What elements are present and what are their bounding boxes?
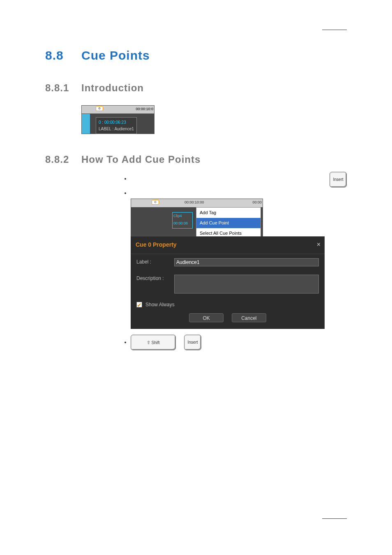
header-rule	[322, 30, 347, 30]
intro-body: 0 00:00:10:0 0 : 00:00:06:23 LABEL : Aud…	[81, 103, 347, 136]
bullet-item: 0 00:00:10:00 00:00 Clip4 00:00:08 Add T…	[131, 189, 347, 329]
label-row: Label :	[131, 254, 325, 271]
cue-tooltip: 0 : 00:00:06:23 LABEL : Audience1	[96, 117, 137, 134]
tooltip-line1: 0 : 00:00:06:23	[99, 119, 134, 126]
bullet-list-2: ⇧Shift Insert	[131, 335, 347, 350]
ruler-timecode: 00:00:10:00	[184, 200, 204, 206]
clip-strip: 0 : 00:00:06:23 LABEL : Audience1	[82, 114, 154, 134]
clip-segment	[82, 114, 90, 134]
bullet-item	[131, 174, 347, 183]
cue-marker: 0	[152, 200, 159, 205]
bullet-item: ⇧Shift Insert	[131, 335, 347, 350]
shift-key: ⇧Shift	[131, 335, 176, 350]
close-icon[interactable]: ×	[317, 240, 321, 250]
heading-8-8-2: 8.8.2How To Add Cue Points	[45, 154, 347, 165]
footer-rule	[322, 518, 347, 519]
clip-rest: 0 : 00:00:06:23 LABEL : Audience1	[90, 114, 154, 134]
show-always-label: Show Always	[145, 301, 175, 309]
context-menu: Add Tag Add Cue Point Select All Cue Poi…	[196, 207, 261, 239]
screenshot-timeline-tooltip: 0 00:00:10:0 0 : 00:00:06:23 LABEL : Aud…	[81, 105, 154, 134]
description-row: Description :	[131, 271, 325, 298]
howto-body: Insert 0 00:00:10:00 00:00 Clip4 00:00:0…	[81, 174, 347, 351]
subheading-number: 8.8.2	[45, 154, 81, 165]
subheading-title: How To Add Cue Points	[81, 154, 201, 165]
menu-item-add-cue-point[interactable]: Add Cue Point	[196, 218, 261, 228]
shift-key-label: Shift	[151, 340, 159, 345]
clip-block: Clip4 00:00:08	[172, 212, 193, 229]
tooltip-line2: LABEL : Audience1	[99, 126, 134, 132]
clip-time: 00:00:08	[173, 220, 192, 227]
cue-property-dialog: Cue 0 Property × Label : Description : S…	[131, 236, 325, 329]
heading-number: 8.8	[45, 49, 81, 62]
document-page: 8.8Cue Points 8.8.1Introduction 0 00:00:…	[0, 0, 392, 555]
cue-marker: 0	[96, 106, 103, 111]
heading-8-8-1: 8.8.1Introduction	[45, 82, 347, 94]
timeline-ruler: 0 00:00:10:00 00:00	[131, 199, 263, 207]
clip-name: Clip4	[173, 213, 192, 220]
key-combo-row: ⇧Shift Insert	[131, 335, 347, 350]
timeline-ruler: 0 00:00:10:0	[82, 106, 154, 114]
heading-title: Cue Points	[81, 49, 150, 62]
show-always-row: Show Always	[131, 298, 325, 310]
cancel-button[interactable]: Cancel	[232, 313, 266, 322]
ruler-timecode: 00:00	[252, 200, 262, 206]
dialog-button-row: OK Cancel	[131, 310, 325, 329]
ok-button[interactable]: OK	[189, 313, 224, 322]
bullet-list: 0 00:00:10:00 00:00 Clip4 00:00:08 Add T…	[131, 174, 347, 329]
dialog-title: Cue 0 Property	[131, 236, 325, 254]
label-input[interactable]	[174, 258, 319, 266]
screenshot-context-menu: 0 00:00:10:00 00:00 Clip4 00:00:08 Add T…	[131, 199, 263, 236]
description-input[interactable]	[174, 275, 319, 294]
menu-item-add-tag[interactable]: Add Tag	[196, 208, 261, 218]
show-always-checkbox[interactable]	[136, 302, 142, 308]
ruler-timecode: 00:00:10:0	[136, 106, 153, 112]
shift-arrow-icon: ⇧	[147, 340, 150, 345]
label-label: Label :	[136, 258, 170, 266]
bullet-text-placeholder	[131, 175, 132, 182]
heading-8-8: 8.8Cue Points	[45, 49, 347, 62]
bullet-text-placeholder	[131, 190, 132, 196]
description-label: Description :	[136, 275, 170, 282]
insert-key: Insert	[330, 172, 347, 187]
subheading-number: 8.8.1	[45, 82, 81, 94]
insert-key: Insert	[184, 335, 201, 350]
subheading-title: Introduction	[81, 82, 144, 93]
